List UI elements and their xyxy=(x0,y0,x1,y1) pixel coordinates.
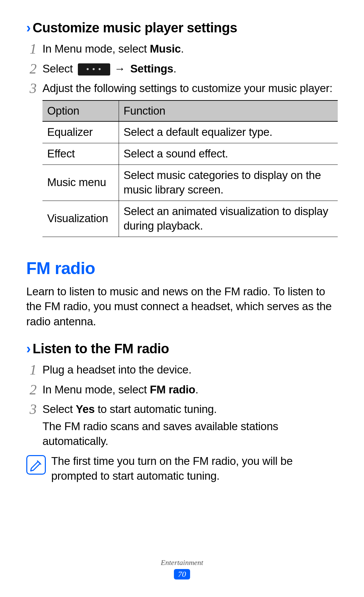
cell-function: Select a sound effect. xyxy=(119,143,338,165)
cell-option: Effect xyxy=(42,143,119,165)
steps-customize: 1 In Menu mode, select Music. 2 Select →… xyxy=(26,41,338,237)
cell-function: Select music categories to display on th… xyxy=(119,165,338,201)
step-text: Adjust the following settings to customi… xyxy=(42,82,332,94)
step-3: 3 Adjust the following settings to custo… xyxy=(26,81,338,237)
step-bold: Music xyxy=(150,42,181,55)
step-1: 1 Plug a headset into the device. xyxy=(26,362,338,378)
chevron-icon: › xyxy=(26,341,31,356)
step-text: Plug a headset into the device. xyxy=(42,363,191,376)
cell-option: Visualization xyxy=(42,201,119,237)
step-text-end: to start automatic tuning. xyxy=(95,403,217,415)
svg-line-0 xyxy=(37,461,41,464)
footer-category: Entertainment xyxy=(0,558,364,567)
chevron-icon: › xyxy=(26,20,31,35)
step-bold: FM radio xyxy=(150,383,195,396)
step-text-end: . xyxy=(195,383,198,396)
step-number: 1 xyxy=(26,360,40,380)
section-intro: Learn to listen to music and news on the… xyxy=(26,284,338,329)
note-block: The first time you turn on the FM radio,… xyxy=(26,454,338,484)
note-icon xyxy=(26,455,46,475)
subheading-text: Listen to the FM radio xyxy=(33,341,169,356)
table-header-option: Option xyxy=(42,100,119,122)
step-number: 2 xyxy=(26,59,40,79)
step-number: 3 xyxy=(26,79,40,98)
step-text: In Menu mode, select xyxy=(42,42,150,55)
step-bold: Settings xyxy=(130,62,173,75)
step-sub-text: The FM radio scans and saves available s… xyxy=(42,419,338,449)
table-row: Music menu Select music categories to di… xyxy=(42,165,338,201)
arrow-icon: → xyxy=(114,62,125,75)
manual-page: ›Customize music player settings 1 In Me… xyxy=(0,0,364,484)
subheading-listen: ›Listen to the FM radio xyxy=(26,341,338,356)
step-2: 2 In Menu mode, select FM radio. xyxy=(26,382,338,397)
step-text-end: . xyxy=(173,62,176,75)
page-number: 70 xyxy=(174,569,190,579)
table-header-function: Function xyxy=(119,100,338,122)
step-1: 1 In Menu mode, select Music. xyxy=(26,41,338,57)
table-row: Equalizer Select a default equalizer typ… xyxy=(42,121,338,143)
step-text: Select xyxy=(42,62,76,75)
step-3: 3 Select Yes to start automatic tuning. … xyxy=(26,402,338,449)
step-text-end: . xyxy=(181,42,184,55)
page-footer: Entertainment 70 xyxy=(0,558,364,579)
cell-function: Select a default equalizer type. xyxy=(119,121,338,143)
cell-option: Music menu xyxy=(42,165,119,201)
steps-listen: 1 Plug a headset into the device. 2 In M… xyxy=(26,362,338,449)
note-text: The first time you turn on the FM radio,… xyxy=(51,454,338,484)
step-text: In Menu mode, select xyxy=(42,383,150,396)
options-table: Option Function Equalizer Select a defau… xyxy=(42,100,338,237)
step-text: Select xyxy=(42,403,76,415)
menu-dots-icon xyxy=(78,63,110,76)
subheading-customize: ›Customize music player settings xyxy=(26,20,338,35)
cell-function: Select an animated visualization to disp… xyxy=(119,201,338,237)
step-2: 2 Select → Settings. xyxy=(26,61,338,77)
step-number: 3 xyxy=(26,400,40,419)
cell-option: Equalizer xyxy=(42,121,119,143)
step-number: 1 xyxy=(26,39,40,59)
step-bold: Yes xyxy=(76,403,95,415)
subheading-text: Customize music player settings xyxy=(33,20,237,35)
table-row: Visualization Select an animated visuali… xyxy=(42,201,338,237)
table-row: Effect Select a sound effect. xyxy=(42,143,338,165)
table-header-row: Option Function xyxy=(42,100,338,122)
step-number: 2 xyxy=(26,380,40,399)
section-title-fmradio: FM radio xyxy=(26,259,338,278)
